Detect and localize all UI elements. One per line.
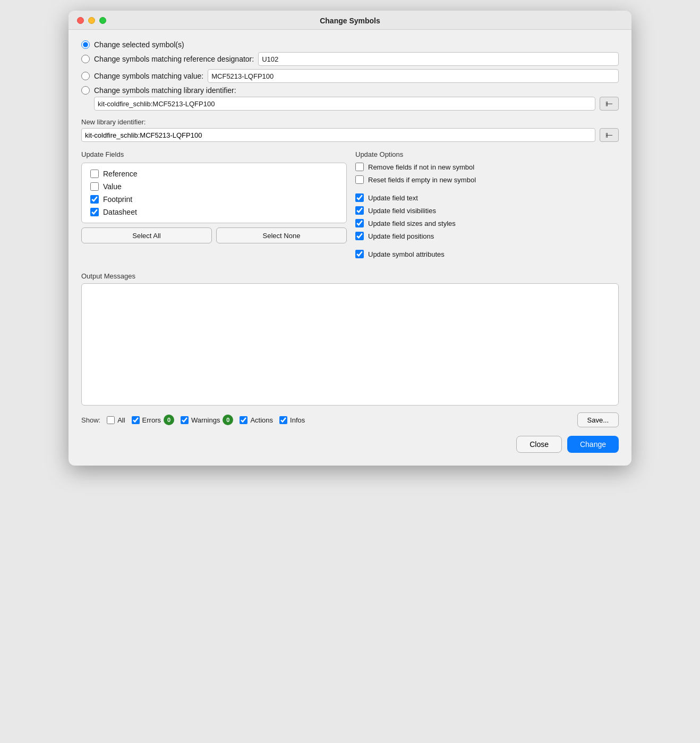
radio-reference-input[interactable]: [81, 55, 90, 63]
change-symbols-dialog: Change Symbols Change selected symbol(s)…: [69, 11, 631, 466]
update-options-title: Update Options: [355, 150, 619, 158]
value-text-input[interactable]: [208, 69, 619, 83]
field-sizes-label: Update field sizes and styles: [368, 219, 456, 227]
symbol-attributes-checkbox[interactable]: [355, 250, 364, 258]
datasheet-checkbox[interactable]: [90, 208, 99, 216]
reset-fields-label: Reset fields if empty in new symbol: [368, 176, 476, 184]
new-library-label: New library identifier:: [81, 118, 619, 126]
show-all-item: All: [107, 416, 125, 424]
fields-list: Reference Value Footprint Datasheet: [81, 163, 347, 223]
update-options-section: Update Options Remove fields if not in n…: [355, 150, 619, 263]
field-visibilities-label: Update field visibilities: [368, 207, 436, 215]
select-buttons: Select All Select None: [81, 227, 347, 243]
show-infos-label: Infos: [290, 416, 305, 424]
radio-library-id-input[interactable]: [81, 86, 90, 95]
close-window-button[interactable]: [77, 17, 84, 24]
field-item-reference: Reference: [86, 167, 342, 180]
radio-reference-row: Change symbols matching reference design…: [81, 52, 619, 66]
errors-count-badge: 0: [164, 415, 174, 425]
library-id-input-row: ⫦: [81, 97, 619, 111]
minimize-window-button[interactable]: [88, 17, 95, 24]
show-errors-checkbox[interactable]: [132, 416, 140, 424]
field-item-datasheet: Datasheet: [86, 206, 342, 218]
new-library-text-input[interactable]: [81, 128, 595, 142]
show-errors-item: Errors 0: [132, 415, 174, 425]
save-button[interactable]: Save...: [577, 412, 619, 427]
radio-library-id-label: Change symbols matching library identifi…: [94, 86, 236, 95]
library-browse-button[interactable]: ⫦: [600, 97, 619, 111]
value-checkbox[interactable]: [90, 182, 99, 191]
remove-fields-checkbox[interactable]: [355, 163, 364, 171]
select-all-button[interactable]: Select All: [81, 227, 212, 243]
remove-fields-label: Remove fields if not in new symbol: [368, 163, 474, 171]
radio-selected-input[interactable]: [81, 40, 90, 49]
library-id-text-input[interactable]: [94, 97, 595, 111]
value-field-label: Value: [103, 182, 122, 191]
warnings-count-badge: 0: [223, 415, 233, 425]
radio-reference-label: Change symbols matching reference design…: [94, 55, 254, 63]
window-title: Change Symbols: [320, 16, 380, 25]
match-options-group: Change selected symbol(s) Change symbols…: [81, 40, 619, 111]
new-library-browse-button[interactable]: ⫦: [600, 128, 619, 142]
select-none-button[interactable]: Select None: [216, 227, 347, 243]
option-field-visibilities: Update field visibilities: [355, 206, 619, 215]
radio-library-id-row[interactable]: Change symbols matching library identifi…: [81, 86, 619, 95]
datasheet-field-label: Datasheet: [103, 208, 137, 216]
radio-value-label: Change symbols matching value:: [94, 72, 203, 80]
option-field-sizes: Update field sizes and styles: [355, 219, 619, 227]
field-text-label: Update field text: [368, 194, 418, 202]
option-field-positions: Update field positions: [355, 232, 619, 240]
reference-checkbox[interactable]: [90, 170, 99, 178]
show-warnings-label: Warnings: [191, 416, 220, 424]
change-button[interactable]: Change: [567, 436, 619, 453]
show-errors-label: Errors: [142, 416, 161, 424]
show-infos-item: Infos: [279, 416, 305, 424]
show-actions-label: Actions: [250, 416, 273, 424]
reset-fields-checkbox[interactable]: [355, 175, 364, 184]
update-fields-title: Update Fields: [81, 150, 347, 158]
library-browse-icon: ⫦: [605, 99, 613, 108]
option-symbol-attributes: Update symbol attributes: [355, 250, 619, 258]
maximize-window-button[interactable]: [99, 17, 106, 24]
output-section: Output Messages Show: All Errors 0 Warni…: [81, 272, 619, 427]
field-text-checkbox[interactable]: [355, 193, 364, 202]
show-warnings-item: Warnings 0: [181, 415, 233, 425]
show-actions-item: Actions: [240, 416, 273, 424]
field-visibilities-checkbox[interactable]: [355, 206, 364, 215]
option-field-text: Update field text: [355, 193, 619, 202]
show-infos-checkbox[interactable]: [279, 416, 287, 424]
field-item-footprint: Footprint: [86, 193, 342, 206]
show-actions-checkbox[interactable]: [240, 416, 247, 424]
show-label: Show:: [81, 416, 100, 424]
titlebar: Change Symbols: [69, 11, 631, 30]
close-button[interactable]: Close: [516, 436, 562, 453]
radio-value-input[interactable]: [81, 72, 90, 80]
footprint-checkbox[interactable]: [90, 195, 99, 204]
option-spacer-2: [355, 244, 619, 250]
update-fields-section: Update Fields Reference Value Footprint: [81, 150, 347, 263]
output-messages-label: Output Messages: [81, 272, 619, 280]
symbol-attributes-label: Update symbol attributes: [368, 250, 445, 258]
footprint-field-label: Footprint: [103, 195, 132, 204]
reference-text-input[interactable]: [258, 52, 619, 66]
radio-selected-label: Change selected symbol(s): [94, 40, 184, 49]
output-messages-textarea[interactable]: [81, 283, 619, 406]
dialog-content: Change selected symbol(s) Change symbols…: [69, 30, 631, 466]
new-library-section: New library identifier: ⫦: [81, 118, 619, 142]
bottom-buttons: Close Change: [81, 436, 619, 453]
show-warnings-checkbox[interactable]: [181, 416, 189, 424]
radio-selected-symbols[interactable]: Change selected symbol(s): [81, 40, 619, 49]
field-sizes-checkbox[interactable]: [355, 219, 364, 227]
reference-field-label: Reference: [103, 170, 138, 178]
field-positions-label: Update field positions: [368, 232, 434, 240]
field-item-value: Value: [86, 180, 342, 193]
field-positions-checkbox[interactable]: [355, 232, 364, 240]
show-row: Show: All Errors 0 Warnings 0 Act: [81, 412, 619, 427]
option-remove-fields: Remove fields if not in new symbol: [355, 163, 619, 171]
new-library-browse-icon: ⫦: [605, 130, 613, 140]
show-all-checkbox[interactable]: [107, 416, 115, 424]
traffic-lights: [77, 17, 106, 24]
option-spacer: [355, 188, 619, 193]
middle-section: Update Fields Reference Value Footprint: [81, 150, 619, 263]
radio-stub-spacer: [81, 99, 90, 108]
